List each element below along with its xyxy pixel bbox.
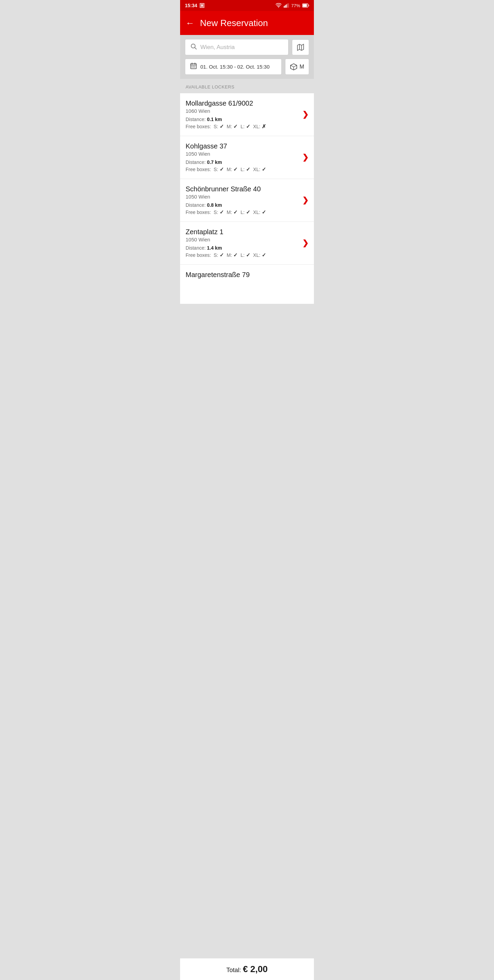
locker-name: Mollardgasse 61/9002 — [186, 99, 299, 107]
chevron-right-icon: ❯ — [302, 239, 308, 248]
search-icon — [190, 43, 197, 51]
m-box-status: ✓ — [233, 166, 238, 172]
svg-rect-21 — [194, 67, 196, 68]
svg-rect-5 — [288, 3, 289, 8]
status-bar: 15:34 77% — [180, 0, 314, 11]
s-box-status: ✓ — [220, 209, 224, 215]
m-box-status: ✓ — [233, 252, 238, 258]
locker-distance: Distance: 1.4 km — [186, 245, 299, 251]
search-area: 01. Oct. 15:30 - 02. Oct. 15:30 M — [180, 35, 314, 79]
svg-rect-1 — [284, 6, 284, 8]
wifi-icon — [276, 3, 282, 8]
locker-item[interactable]: Kohlgasse 37 1050 Wien Distance: 0.7 km … — [180, 136, 314, 179]
signal-icon — [284, 3, 289, 8]
xl-box-status: ✗ — [262, 123, 266, 130]
xl-box-status: ✓ — [262, 252, 266, 258]
map-icon — [296, 43, 304, 51]
status-icons: 77% — [276, 3, 309, 8]
locker-name: Kohlgasse 37 — [186, 142, 299, 150]
back-button[interactable]: ← — [186, 18, 194, 29]
chevron-right-icon: ❯ — [302, 196, 308, 205]
locker-boxes: Free boxes: S: ✓ M: ✓ L: ✓ XL: ✓ — [186, 166, 299, 172]
locker-item[interactable]: Mollardgasse 61/9002 1060 Wien Distance:… — [180, 93, 314, 136]
svg-rect-18 — [194, 66, 196, 67]
locker-zip: 1050 Wien — [186, 151, 299, 157]
xl-box-status: ✓ — [262, 209, 266, 215]
section-title: AVAILABLE LOCKERS — [186, 84, 234, 89]
locker-zip: 1050 Wien — [186, 194, 299, 200]
locker-distance: Distance: 0.8 km — [186, 202, 299, 208]
svg-line-9 — [195, 48, 196, 49]
date-range-display: 01. Oct. 15:30 - 02. Oct. 15:30 — [200, 64, 269, 70]
m-box-status: ✓ — [233, 123, 238, 130]
locker-info: Margaretenstraße 79 — [186, 271, 299, 280]
locker-zip: 1050 Wien — [186, 237, 299, 242]
svg-rect-16 — [191, 66, 193, 67]
search-box[interactable] — [185, 39, 288, 55]
svg-rect-4 — [287, 3, 288, 8]
battery-icon — [302, 3, 309, 8]
locker-info: Kohlgasse 37 1050 Wien Distance: 0.7 km … — [186, 142, 299, 172]
search-input[interactable] — [200, 44, 284, 51]
locker-list: Mollardgasse 61/9002 1060 Wien Distance:… — [180, 93, 314, 304]
locker-name: Zentaplatz 1 — [186, 228, 299, 236]
l-box-status: ✓ — [246, 252, 250, 258]
s-box-status: ✓ — [220, 123, 224, 130]
locker-distance: Distance: 0.1 km — [186, 116, 299, 122]
locker-distance: Distance: 0.7 km — [186, 159, 299, 165]
svg-rect-7 — [303, 4, 307, 6]
l-box-status: ✓ — [246, 166, 250, 172]
status-time: 15:34 — [185, 3, 205, 8]
locker-info: Mollardgasse 61/9002 1060 Wien Distance:… — [186, 99, 299, 130]
locker-zip: 1060 Wien — [186, 108, 299, 114]
locker-item[interactable]: Margaretenstraße 79 ❯ — [180, 265, 314, 304]
app-bar: ← New Reservation — [180, 11, 314, 35]
m-box-status: ✓ — [233, 209, 238, 215]
notification-icon — [199, 3, 205, 8]
locker-item[interactable]: Zentaplatz 1 1050 Wien Distance: 1.4 km … — [180, 222, 314, 265]
svg-rect-2 — [285, 5, 285, 8]
svg-rect-3 — [286, 5, 287, 8]
time-display: 15:34 — [185, 3, 197, 8]
locker-boxes: Free boxes: S: ✓ M: ✓ L: ✓ XL: ✗ — [186, 123, 299, 130]
xl-box-status: ✓ — [262, 166, 266, 172]
l-box-status: ✓ — [246, 209, 250, 215]
battery-percent: 77% — [291, 3, 300, 8]
svg-line-23 — [290, 65, 294, 67]
map-button[interactable] — [292, 40, 309, 55]
size-label: M — [300, 64, 304, 70]
date-picker-button[interactable]: 01. Oct. 15:30 - 02. Oct. 15:30 — [185, 59, 282, 75]
box-icon — [290, 63, 298, 71]
size-selector-button[interactable]: M — [285, 59, 309, 75]
svg-line-24 — [294, 65, 297, 67]
section-header: AVAILABLE LOCKERS — [180, 79, 314, 93]
chevron-right-icon: ❯ — [302, 110, 308, 119]
locker-item[interactable]: Schönbrunner Straße 40 1050 Wien Distanc… — [180, 179, 314, 222]
calendar-icon — [190, 62, 197, 71]
page-title: New Reservation — [200, 18, 268, 29]
svg-rect-17 — [193, 66, 194, 67]
l-box-status: ✓ — [246, 123, 250, 130]
chevron-right-icon: ❯ — [302, 153, 308, 162]
locker-info: Schönbrunner Straße 40 1050 Wien Distanc… — [186, 185, 299, 215]
locker-name: Margaretenstraße 79 — [186, 271, 299, 279]
svg-rect-19 — [191, 67, 193, 68]
locker-boxes: Free boxes: S: ✓ M: ✓ L: ✓ XL: ✓ — [186, 209, 299, 215]
date-row: 01. Oct. 15:30 - 02. Oct. 15:30 M — [185, 59, 309, 75]
s-box-status: ✓ — [220, 166, 224, 172]
svg-rect-20 — [193, 67, 194, 68]
locker-name: Schönbrunner Straße 40 — [186, 185, 299, 193]
locker-boxes: Free boxes: S: ✓ M: ✓ L: ✓ XL: ✓ — [186, 252, 299, 258]
s-box-status: ✓ — [220, 252, 224, 258]
svg-point-0 — [278, 7, 279, 8]
locker-info: Zentaplatz 1 1050 Wien Distance: 1.4 km … — [186, 228, 299, 258]
